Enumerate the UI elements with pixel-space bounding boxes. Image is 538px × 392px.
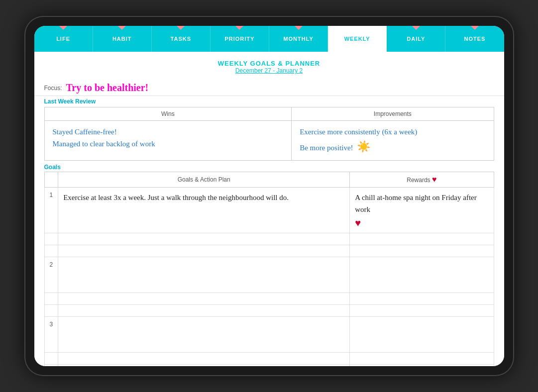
goal-subrow-2a	[44, 293, 494, 305]
goal-number-2: 2	[44, 257, 58, 293]
improvements-text: Exercise more consistently (6x a week)Be…	[300, 126, 485, 155]
tab-notes[interactable]: NOTES	[445, 26, 504, 52]
tab-daily[interactable]: DAILY	[387, 26, 445, 52]
goal-text-2	[58, 257, 350, 293]
goal-subrow-1a	[44, 233, 494, 245]
goal-subrow-3b	[44, 365, 494, 366]
tab-priority[interactable]: PRIORITY	[211, 26, 269, 52]
improvements-header: Improvements	[292, 107, 494, 121]
reward-cell-2	[350, 257, 494, 293]
sun-emoji: ☀️	[357, 138, 370, 155]
focus-row: Focus: Try to be healthier!	[34, 78, 504, 96]
number-header	[44, 172, 58, 188]
improvements-cell: Exercise more consistently (6x a week)Be…	[292, 121, 494, 161]
goals-table: Goals & Action Plan Rewards ♥ 1 Exercise…	[44, 172, 494, 366]
goal-subrow-3a	[44, 353, 494, 365]
goal-text-3	[58, 317, 350, 353]
review-table: Wins Improvements Stayed Caffeine-free! …	[44, 107, 494, 161]
tab-life[interactable]: LIFE	[34, 26, 93, 52]
heart-emoji-1: ♥	[355, 217, 361, 228]
goal-row-3: 3	[44, 317, 494, 353]
page-header: WEEKLY GOALS & PLANNER December 27 - Jan…	[34, 52, 504, 78]
page-title: WEEKLY GOALS & PLANNER	[34, 60, 504, 67]
tab-monthly[interactable]: MONTHLY	[269, 26, 328, 52]
reward-cell-1: A chill at-home spa night on Friday afte…	[350, 188, 494, 233]
tab-habit[interactable]: HABIT	[93, 26, 152, 52]
goal-subrow-1b	[44, 245, 494, 257]
goal-text-1: Exercise at least 3x a week. Just a walk…	[58, 188, 350, 233]
win-1: Stayed Caffeine-free!	[53, 126, 284, 138]
page-subtitle[interactable]: December 27 - January 2	[34, 67, 504, 74]
tab-weekly[interactable]: WEEKLY	[328, 26, 387, 52]
goals-header: Goals & Action Plan	[58, 172, 350, 188]
main-content: WEEKLY GOALS & PLANNER December 27 - Jan…	[34, 52, 504, 366]
goal-row-2: 2	[44, 257, 494, 293]
reward-cell-3	[350, 317, 494, 353]
focus-text: Try to be healthier!	[66, 82, 149, 94]
goal-number-1: 1	[44, 188, 58, 233]
focus-label: Focus:	[44, 85, 62, 92]
tablet-frame: LIFE HABIT TASKS PRIORITY MONTHLY WEEKLY	[25, 17, 513, 375]
goal-number-3: 3	[44, 317, 58, 353]
last-week-review-label: Last Week Review	[34, 96, 504, 107]
goal-row-1: 1 Exercise at least 3x a week. Just a wa…	[44, 188, 494, 233]
wins-cell: Stayed Caffeine-free! Managed to clear b…	[44, 121, 292, 161]
goals-section-label: Goals	[34, 161, 504, 172]
goal-subrow-2b	[44, 305, 494, 317]
win-2: Managed to clear backlog of work	[53, 138, 284, 150]
wins-header: Wins	[44, 107, 292, 121]
tab-tasks[interactable]: TASKS	[152, 26, 211, 52]
tablet-screen: LIFE HABIT TASKS PRIORITY MONTHLY WEEKLY	[34, 26, 504, 366]
rewards-header: Rewards ♥	[350, 172, 494, 188]
nav-bar: LIFE HABIT TASKS PRIORITY MONTHLY WEEKLY	[34, 26, 504, 52]
